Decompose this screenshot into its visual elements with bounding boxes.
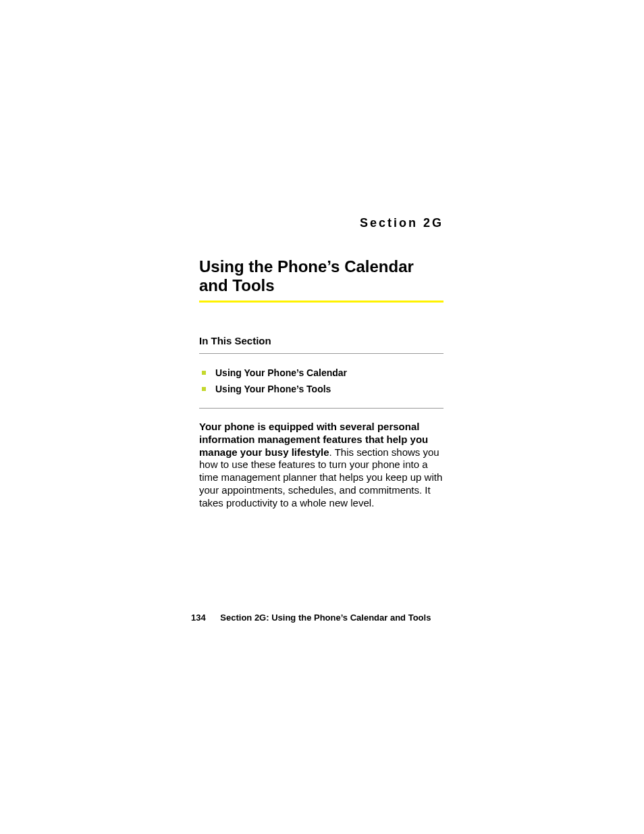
toc-item: Using Your Phone’s Calendar	[199, 365, 444, 381]
page-content: Section 2G Using the Phone’s Calendar an…	[199, 216, 444, 509]
divider	[199, 408, 444, 409]
bullet-icon	[202, 387, 206, 391]
toc-item-label: Using Your Phone’s Calendar	[215, 367, 347, 378]
intro-paragraph: Your phone is equipped with several pers…	[199, 421, 444, 509]
page-title: Using the Phone’s Calendar and Tools	[199, 257, 444, 303]
toc-list: Using Your Phone’s Calendar Using Your P…	[199, 365, 444, 397]
page-number: 134	[191, 613, 206, 623]
page-footer: 134 Section 2G: Using the Phone’s Calend…	[191, 613, 431, 623]
section-label: Section 2G	[199, 216, 444, 230]
in-this-section-heading: In This Section	[199, 335, 444, 354]
bullet-icon	[202, 371, 206, 375]
running-head: Section 2G: Using the Phone’s Calendar a…	[220, 613, 431, 623]
toc-item: Using Your Phone’s Tools	[199, 381, 444, 397]
toc-item-label: Using Your Phone’s Tools	[215, 384, 331, 394]
